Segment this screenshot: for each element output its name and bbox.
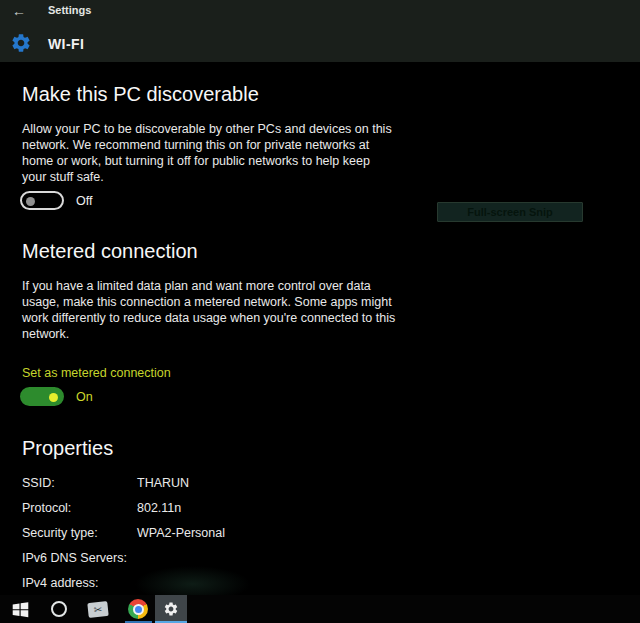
- back-button[interactable]: ←: [12, 2, 26, 20]
- metered-toggle[interactable]: [20, 387, 64, 406]
- gear-icon: [163, 601, 179, 617]
- snipping-tool-button[interactable]: ✂: [84, 595, 112, 623]
- metered-toggle-state: On: [76, 390, 93, 404]
- page-title: WI-FI: [48, 36, 84, 52]
- windows-desktop: { "titlebar": { "back_glyph": "←", "titl…: [0, 0, 640, 623]
- property-row-security-type: Security type: WPA2-Personal: [22, 526, 225, 551]
- settings-taskbar-button[interactable]: [155, 595, 187, 623]
- discoverable-description: Allow your PC to be discoverable by othe…: [22, 121, 396, 185]
- properties-heading: Properties: [22, 437, 113, 460]
- settings-gear-icon: [10, 32, 32, 54]
- toggle-knob: [26, 197, 35, 206]
- property-value: THARUN: [137, 476, 189, 490]
- settings-window-header: ← Settings WI-FI: [0, 0, 640, 62]
- metered-description: If you have a limited data plan and want…: [22, 278, 396, 342]
- properties-list: SSID: THARUN Protocol: 802.11n Security …: [22, 476, 225, 601]
- property-row-ssid: SSID: THARUN: [22, 476, 225, 501]
- chrome-icon: [128, 599, 148, 619]
- discoverable-heading: Make this PC discoverable: [22, 83, 259, 106]
- metered-setting-label: Set as metered connection: [22, 366, 171, 380]
- discoverable-toggle-row: Off: [20, 191, 92, 210]
- property-label: IPv6 DNS Servers:: [22, 551, 137, 565]
- taskbar: ✂: [0, 595, 640, 623]
- cortana-circle-icon: [51, 601, 67, 617]
- property-value: WPA2-Personal: [137, 526, 225, 540]
- discoverable-toggle-state: Off: [76, 194, 92, 208]
- metered-toggle-row: On: [20, 387, 93, 406]
- full-screen-snip-button[interactable]: Full-screen Snip: [437, 202, 583, 222]
- property-label: Protocol:: [22, 501, 137, 515]
- property-label: IPv4 address:: [22, 576, 137, 590]
- property-row-protocol: Protocol: 802.11n: [22, 501, 225, 526]
- property-label: Security type:: [22, 526, 137, 540]
- metered-heading: Metered connection: [22, 240, 198, 263]
- property-row-ipv6-dns: IPv6 DNS Servers:: [22, 551, 225, 576]
- chrome-button[interactable]: [123, 595, 153, 623]
- cortana-search-button[interactable]: [45, 595, 73, 623]
- property-value: 802.11n: [137, 501, 181, 515]
- windows-logo-icon: [12, 601, 29, 618]
- discoverable-toggle[interactable]: [20, 191, 64, 210]
- window-title: Settings: [48, 4, 91, 16]
- start-button[interactable]: [6, 595, 34, 623]
- toggle-knob: [49, 393, 58, 402]
- scissors-icon: ✂: [87, 600, 108, 617]
- property-label: SSID:: [22, 476, 137, 490]
